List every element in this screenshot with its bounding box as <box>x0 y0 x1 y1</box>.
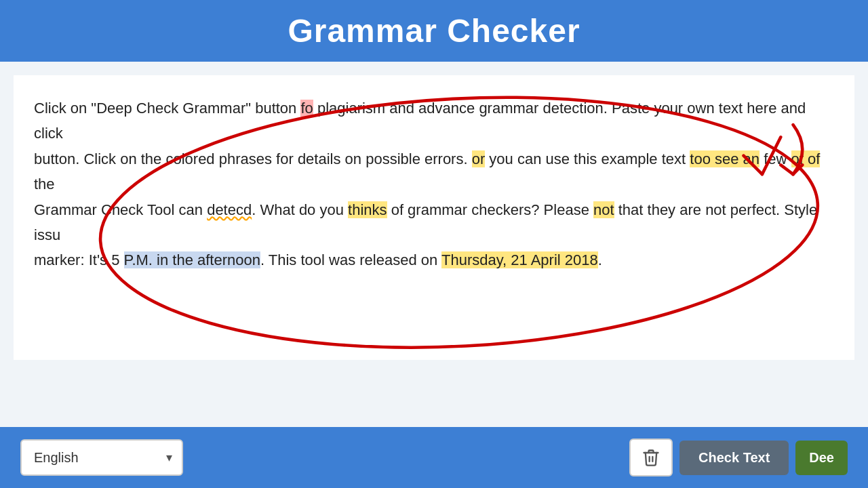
highlighted-phrase-pm-afternoon: P.M. in the afternoon <box>124 251 260 268</box>
main-content: Click on "Deep Check Grammar" button fo … <box>0 62 868 427</box>
grammar-text: Click on "Deep Check Grammar" button fo … <box>34 96 834 273</box>
text-segment-7: Grammar Check Tool can <box>34 201 207 218</box>
deep-check-button[interactable]: Dee <box>795 441 848 475</box>
highlighted-word-thinks: thinks <box>348 201 387 218</box>
text-segment-11: marker: It's 5 <box>34 251 124 268</box>
text-segment-5: few <box>760 150 791 167</box>
check-text-button[interactable]: Check Text <box>679 441 789 475</box>
highlighted-phrase-of-of: of of <box>791 150 821 167</box>
delete-button[interactable] <box>629 439 673 476</box>
footer-toolbar: English Spanish French German Portuguese… <box>0 427 868 488</box>
text-segment-12: . This tool was released on <box>260 251 441 268</box>
highlighted-word-or: or <box>472 150 486 167</box>
app-header: Grammar Checker <box>0 0 868 62</box>
text-segment-13: . <box>598 251 602 268</box>
highlighted-phrase-too-see-an: too see an <box>690 150 760 167</box>
text-segment-8: . What do you <box>252 201 348 218</box>
page-title: Grammar Checker <box>0 12 868 49</box>
highlighted-word-fo: fo <box>300 100 313 117</box>
text-segment-4: you can use this example text <box>485 150 690 167</box>
text-segment-1: Click on "Deep Check Grammar" button <box>34 100 300 117</box>
text-segment-9: of grammar checkers? Please <box>387 201 593 218</box>
text-segment-3: button. Click on the colored phrases for… <box>34 150 472 167</box>
text-segment-6: the <box>34 176 55 192</box>
language-select[interactable]: English Spanish French German Portuguese <box>20 439 183 476</box>
highlighted-word-detecd: detecd <box>207 201 252 218</box>
text-editor-area[interactable]: Click on "Deep Check Grammar" button fo … <box>14 75 854 360</box>
highlighted-word-not: not <box>593 201 614 218</box>
footer-action-buttons: Check Text Dee <box>629 439 848 476</box>
highlighted-date: Thursday, 21 April 2018 <box>441 251 598 268</box>
trash-icon <box>642 448 660 467</box>
language-selector-wrapper[interactable]: English Spanish French German Portuguese… <box>20 439 183 476</box>
